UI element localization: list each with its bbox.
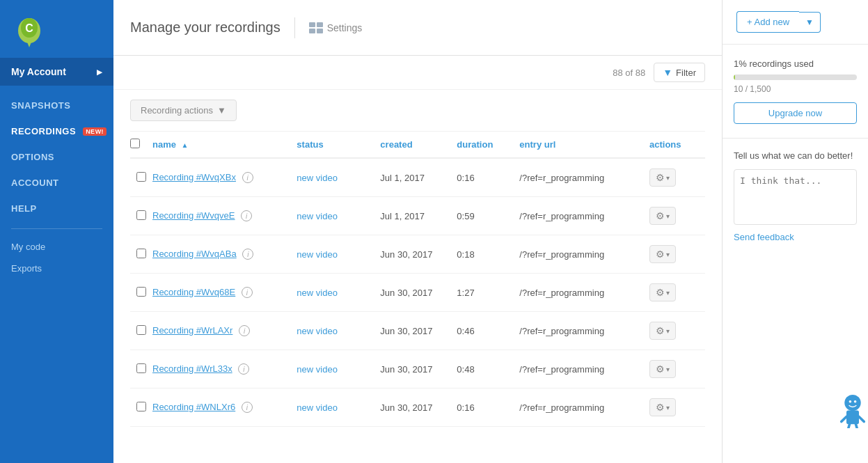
recording-name-link[interactable]: Recording #Wvq68E	[152, 287, 235, 297]
sidebar-item-help[interactable]: HELP	[0, 196, 113, 221]
snapshots-label: SNAPSHOTS	[11, 100, 70, 111]
row-created-cell: Jun 30, 2017	[380, 274, 457, 312]
recording-name-link[interactable]: Recording #WvqXBx	[152, 172, 236, 182]
row-gear-button[interactable]: ⚙ ▾	[649, 398, 676, 416]
th-created[interactable]: created	[380, 132, 457, 158]
th-select-all[interactable]	[130, 132, 152, 158]
th-entry-url[interactable]: entry url	[519, 132, 649, 158]
select-all-checkbox[interactable]	[130, 139, 140, 148]
row-checkbox-cell[interactable]	[130, 389, 152, 427]
row-gear-button[interactable]: ⚙ ▾	[649, 207, 676, 225]
status-badge: new video	[297, 249, 338, 260]
row-gear-button[interactable]: ⚙ ▾	[649, 360, 676, 378]
recording-actions-label: Recording actions	[141, 105, 213, 116]
row-created-cell: Jul 1, 2017	[380, 158, 457, 197]
app-logo: C	[14, 11, 45, 49]
feedback-mascot-icon	[840, 394, 865, 429]
row-checkbox[interactable]	[136, 287, 146, 297]
svg-point-9	[849, 400, 852, 403]
info-icon[interactable]: i	[242, 287, 253, 298]
recording-name-link[interactable]: Recording #WvqABa	[152, 249, 237, 259]
sidebar-item-recordings[interactable]: RECORDINGS New!	[0, 118, 113, 144]
recording-name-link[interactable]: Recording #WrL33x	[152, 363, 232, 374]
th-name-label: name	[152, 139, 176, 150]
row-checkbox-cell[interactable]	[130, 312, 152, 350]
row-checkbox[interactable]	[136, 363, 146, 373]
row-url: /?ref=r_programming	[519, 364, 604, 375]
svg-rect-4	[309, 22, 315, 27]
row-duration: 1:27	[457, 288, 474, 298]
row-checkbox[interactable]	[136, 402, 146, 411]
recording-actions-button[interactable]: Recording actions ▼	[130, 100, 237, 121]
filter-button[interactable]: ▼ Filter	[654, 63, 705, 82]
row-duration: 0:59	[457, 211, 474, 221]
actions-row: Recording actions ▼	[130, 90, 705, 132]
status-badge: new video	[297, 288, 338, 298]
svg-rect-11	[846, 410, 859, 424]
row-checkbox-cell[interactable]	[130, 274, 152, 312]
settings-link[interactable]: Settings	[309, 22, 363, 33]
row-checkbox-cell[interactable]	[130, 350, 152, 389]
info-icon[interactable]: i	[239, 325, 250, 336]
sidebar-item-account[interactable]: ACCOUNT	[0, 170, 113, 196]
row-checkbox[interactable]	[136, 172, 146, 182]
svg-line-14	[849, 424, 850, 428]
row-url-cell: /?ref=r_programming	[519, 274, 649, 312]
row-created-cell: Jun 30, 2017	[380, 389, 457, 427]
info-icon[interactable]: i	[242, 172, 253, 183]
row-status-cell: new video	[297, 312, 380, 350]
row-checkbox-cell[interactable]	[130, 158, 152, 197]
row-checkbox[interactable]	[136, 325, 146, 335]
add-new-dropdown-button[interactable]: ▼	[799, 12, 821, 33]
recordings-badge: New!	[83, 127, 106, 136]
row-duration-cell: 0:46	[457, 312, 519, 350]
info-icon[interactable]: i	[241, 210, 252, 221]
row-checkbox[interactable]	[136, 210, 146, 220]
row-checkbox-cell[interactable]	[130, 197, 152, 235]
add-new-label: + Add new	[747, 17, 789, 27]
options-label: OPTIONS	[11, 152, 54, 162]
top-bar: 88 of 88 ▼ Filter	[113, 56, 722, 90]
row-checkbox-cell[interactable]	[130, 235, 152, 274]
sidebar-my-account-item[interactable]: My Account ▶	[0, 58, 113, 86]
row-created: Jun 30, 2017	[380, 326, 432, 336]
sidebar-sub-nav: My code Exports	[0, 236, 113, 279]
add-new-button[interactable]: + Add new	[736, 11, 799, 33]
row-gear-button[interactable]: ⚙ ▾	[649, 245, 676, 263]
row-actions-cell: ⚙ ▾	[649, 197, 705, 235]
row-gear-button[interactable]: ⚙ ▾	[649, 322, 676, 340]
actions-dropdown-icon: ▼	[217, 105, 226, 116]
sidebar-item-exports[interactable]: Exports	[0, 258, 113, 279]
table-row: Recording #WvqXBx i new video Jul 1, 201…	[130, 158, 705, 197]
svg-rect-5	[317, 22, 323, 27]
feedback-textarea[interactable]	[734, 169, 857, 225]
right-top-section: + Add new ▼	[723, 0, 868, 45]
settings-label: Settings	[327, 22, 363, 33]
sidebar-item-snapshots[interactable]: SNAPSHOTS	[0, 93, 113, 118]
recording-name-link[interactable]: Recording #WNLXr6	[152, 402, 235, 412]
main-header: Manage your recordings Settings	[113, 0, 722, 56]
info-icon[interactable]: i	[242, 249, 253, 260]
gear-icon: ⚙	[656, 172, 665, 183]
row-gear-button[interactable]: ⚙ ▾	[649, 168, 676, 187]
row-created: Jun 30, 2017	[380, 288, 432, 298]
upgrade-now-button[interactable]: Upgrade now	[734, 102, 857, 124]
row-status-cell: new video	[297, 274, 380, 312]
send-feedback-button[interactable]: Send feedback	[734, 232, 857, 242]
row-checkbox[interactable]	[136, 249, 146, 258]
th-status[interactable]: status	[297, 132, 380, 158]
th-name[interactable]: name ▲	[152, 132, 297, 158]
status-badge: new video	[297, 173, 338, 183]
record-count: 88 of 88	[613, 68, 645, 78]
row-gear-button[interactable]: ⚙ ▾	[649, 283, 676, 301]
th-duration[interactable]: duration	[457, 132, 519, 158]
row-url-cell: /?ref=r_programming	[519, 389, 649, 427]
info-icon[interactable]: i	[242, 402, 253, 413]
usage-title: 1% recordings used	[734, 58, 857, 69]
gear-dropdown-icon: ▾	[666, 251, 670, 258]
recording-name-link[interactable]: Recording #WvqveE	[152, 210, 235, 221]
recording-name-link[interactable]: Recording #WrLAXr	[152, 325, 232, 336]
sidebar-item-my-code[interactable]: My code	[0, 236, 113, 258]
sidebar-item-options[interactable]: OPTIONS	[0, 144, 113, 170]
info-icon[interactable]: i	[238, 363, 249, 375]
